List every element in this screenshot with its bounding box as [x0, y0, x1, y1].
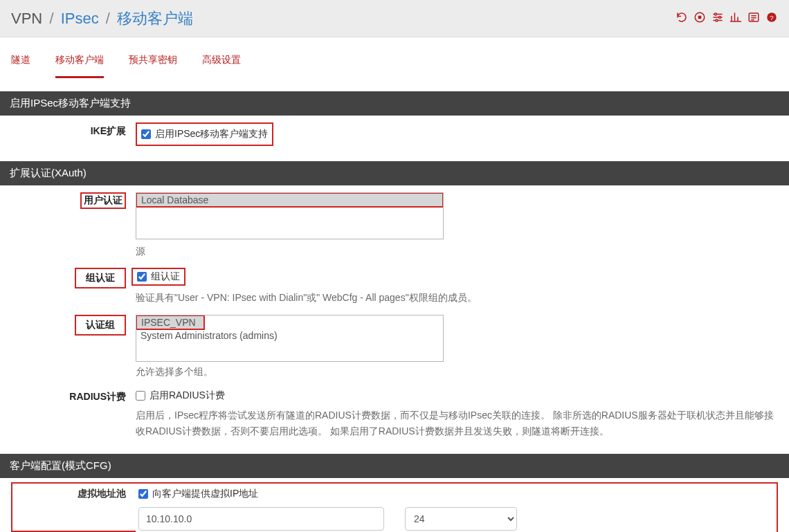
ike-extension-label: IKE扩展	[11, 122, 136, 138]
virtual-pool-checkbox[interactable]	[138, 489, 148, 499]
radius-checkbox-label: 启用RADIUS计费	[149, 389, 225, 402]
toolbar: ?	[675, 11, 778, 26]
breadcrumb-sep: /	[49, 10, 53, 27]
tabs: 隧道 移动客户端 预共享密钥 高级设置	[0, 37, 789, 79]
auth-group-listbox[interactable]: IPSEC_VPN System Administrators (admins)	[136, 315, 444, 362]
svg-point-4	[716, 19, 718, 21]
tab-psk[interactable]: 预共享密钥	[129, 54, 177, 78]
tab-mobile-clients[interactable]: 移动客户端	[55, 54, 104, 78]
group-auth-checkbox[interactable]	[137, 272, 147, 282]
auth-group-option-0[interactable]: IPSEC_VPN	[136, 315, 205, 330]
tab-tunnels[interactable]: 隧道	[11, 54, 30, 78]
row-auth-group: 认证组 IPSEC_VPN System Administrators (adm…	[0, 308, 789, 381]
ike-enable-checkbox[interactable]	[141, 129, 151, 139]
radius-checkbox[interactable]	[136, 391, 145, 401]
help-icon[interactable]: ?	[765, 11, 778, 26]
virtual-pool-label: 虚拟地址池	[11, 482, 136, 532]
row-group-auth: 组认证 组认证 验证具有"User - VPN: IPsec with Dial…	[0, 261, 789, 308]
breadcrumb-sep: /	[106, 10, 110, 27]
refresh-icon[interactable]	[675, 11, 688, 26]
group-auth-label: 组认证	[86, 272, 115, 283]
group-auth-help: 验证具有"User - VPN: IPsec with Dialin"或" We…	[136, 290, 778, 305]
row-ike-extension: IKE扩展 启用IPSec移动客户端支持	[0, 116, 789, 149]
user-auth-option[interactable]: Local Database	[136, 192, 444, 208]
group-auth-checkbox-label: 组认证	[151, 270, 180, 283]
breadcrumb: VPN / IPsec / 移动客户端	[11, 8, 193, 29]
radius-label: RADIUS计费	[11, 388, 136, 403]
user-auth-sublabel: 源	[136, 246, 778, 258]
row-user-auth: 用户认证 Local Database 源	[0, 185, 789, 261]
section-client-header: 客户端配置(模式CFG)	[0, 454, 789, 478]
ike-enable-checkbox-label: 启用IPSec移动客户端支持	[155, 128, 268, 140]
auth-group-option-1[interactable]: System Administrators (admins)	[136, 329, 443, 342]
virtual-pool-mask-select[interactable]: 24	[405, 507, 517, 531]
row-virtual-pool: 虚拟地址池 向客户端提供虚拟IP地址 24	[0, 478, 789, 532]
page-header: VPN / IPsec / 移动客户端 ?	[0, 0, 789, 37]
svg-point-3	[719, 17, 721, 19]
stop-icon[interactable]	[693, 11, 706, 26]
chart-icon[interactable]	[729, 11, 742, 26]
user-auth-label: 用户认证	[80, 192, 126, 209]
breadcrumb-l1[interactable]: VPN	[11, 10, 42, 27]
radius-help: 启用后，IPsec程序将尝试发送所有隧道的RADIUS计费数据，而不仅是与移动I…	[136, 407, 778, 439]
breadcrumb-l3[interactable]: 移动客户端	[117, 10, 193, 27]
sliders-icon[interactable]	[711, 11, 724, 26]
list-icon[interactable]	[747, 11, 760, 26]
section-enable-header: 启用IPSec移动客户端支持	[0, 91, 789, 116]
row-radius: RADIUS计费 启用RADIUS计费 启用后，IPsec程序将尝试发送所有隧道…	[0, 381, 789, 441]
breadcrumb-l2[interactable]: IPsec	[61, 10, 99, 27]
auth-group-label: 认证组	[86, 319, 115, 330]
svg-point-2	[715, 13, 717, 15]
section-xauth-header: 扩展认证(XAuth)	[0, 161, 789, 185]
virtual-pool-ip-input[interactable]	[138, 507, 384, 531]
tab-advanced[interactable]: 高级设置	[202, 54, 241, 78]
auth-group-help: 允许选择多个组。	[136, 366, 778, 378]
user-auth-listbox[interactable]: Local Database	[136, 192, 444, 239]
virtual-pool-checkbox-label: 向客户端提供虚拟IP地址	[152, 488, 258, 500]
svg-rect-1	[698, 16, 702, 19]
svg-text:?: ?	[770, 14, 774, 21]
